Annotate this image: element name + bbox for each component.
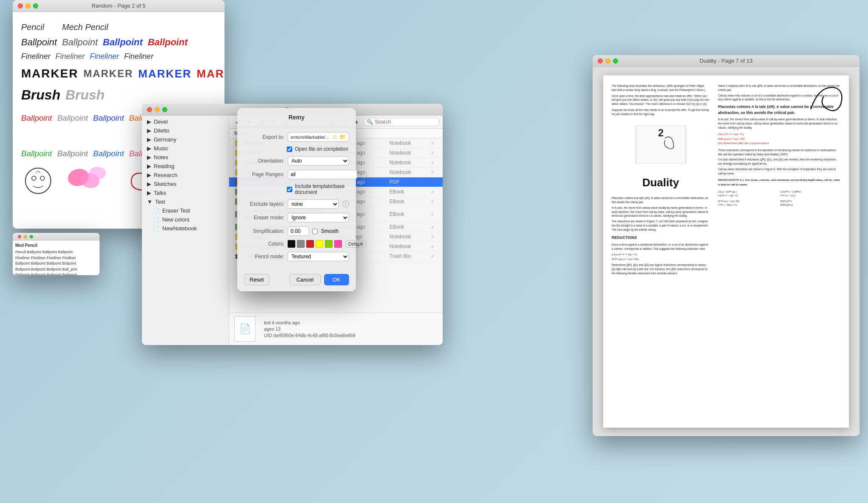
swatch-yellow[interactable]: [316, 240, 323, 248]
pdf-text-l3: Suppose we know, all the man needs to do…: [612, 108, 710, 116]
swatch-pink[interactable]: [334, 240, 342, 248]
reset-button[interactable]: Reset: [244, 274, 269, 285]
bp-g-1: Ballpoint: [21, 147, 52, 160]
exclude-layers-row: Exclude layers: none i: [244, 199, 349, 209]
med-pencil-traffic-lights[interactable]: [18, 235, 33, 238]
sidebar-label-research: Research: [154, 172, 177, 178]
swatch-black[interactable]: [288, 240, 295, 248]
include-template-checkbox[interactable]: [287, 187, 292, 192]
med-pencil-line-3: Fineliner Fineliner Fineliner Findiner: [15, 255, 97, 261]
pencil-mode-select[interactable]: Textured: [288, 252, 349, 261]
marker-2: MARKER: [83, 66, 133, 82]
duality-traffic-lights[interactable]: [598, 58, 618, 64]
row-type-childrens: EBook: [389, 224, 427, 230]
med-pencil-minimize-btn[interactable]: [24, 235, 27, 238]
swatch-green[interactable]: [325, 240, 333, 248]
med-pencil-maximize-btn[interactable]: [30, 235, 33, 238]
remy-traffic-lights[interactable]: [147, 107, 167, 112]
duality-maximize-btn[interactable]: [613, 58, 618, 64]
row-sync-txt: ✓: [427, 170, 438, 175]
folder-browse-btn[interactable]: 📁: [339, 134, 346, 140]
face-sketch: [21, 165, 55, 199]
orientation-row: Orientation: Auto: [244, 156, 349, 166]
remy-close-btn[interactable]: [147, 107, 152, 112]
smooth-checkbox[interactable]: [312, 229, 318, 234]
bp-col-1: Ballpoint: [21, 112, 52, 124]
med-pencil-content: Med Pencil Pencil Ballpoint Ballpoint Ba…: [13, 240, 100, 275]
sidebar-item-reading[interactable]: ▶ Reading: [142, 162, 229, 171]
search-icon: 🔍: [367, 119, 373, 125]
med-pencil-close-btn[interactable]: [18, 235, 21, 238]
remy-search-bar[interactable]: 🔍: [363, 118, 439, 126]
remy-minimize-btn[interactable]: [155, 107, 160, 112]
search-input[interactable]: [375, 119, 435, 125]
swatch-red[interactable]: [306, 240, 314, 248]
sidebar-item-eraser-test[interactable]: 📄 Eraser Test: [142, 206, 229, 215]
sidebar-item-germany[interactable]: ▶ Germany: [142, 135, 229, 144]
exclude-layers-select[interactable]: none: [288, 199, 339, 209]
sidebar-item-research[interactable]: ▶ Research: [142, 171, 229, 180]
pdf-math-formulas: (λk).e = M ⊢ μk.e (λk) ⊢ V = e[k:=V] λf.…: [718, 190, 840, 207]
ok-button[interactable]: OK: [324, 274, 349, 285]
remy-maximize-btn[interactable]: [162, 107, 167, 112]
sidebar-item-sketches[interactable]: ▶ Sketches: [142, 180, 229, 188]
page-ranges-input[interactable]: [288, 170, 357, 179]
exclude-layers-label: Exclude layers:: [244, 201, 284, 207]
row-sync-mice: ✓: [427, 199, 438, 205]
random-minimize-btn[interactable]: [25, 3, 31, 8]
duality-titlebar: Duality - Page 7 of 13: [593, 55, 860, 67]
uid-label: UID: [264, 333, 273, 338]
row-type-trash: Trash Bin: [389, 253, 427, 259]
pdf-formula-4: S[M/x] ⊢ e (M⊢e)[N/x]: [780, 199, 841, 207]
created-label: ted: [264, 320, 272, 325]
folder-icon-reading: ▶: [147, 163, 151, 169]
export-to-label: Export to:: [244, 134, 284, 140]
random-maximize-btn[interactable]: [33, 3, 38, 8]
dialog-body: Export to: ents/reMarkable/saved/Duality…: [237, 127, 356, 271]
folder-icon-talks: ▶: [147, 190, 151, 196]
sidebar-item-test[interactable]: ▼ Test: [142, 197, 229, 206]
sidebar-item-new-notebook[interactable]: 📄 NewNotebook: [142, 224, 229, 233]
page-ranges-info-btn[interactable]: i: [361, 171, 367, 178]
sidebar-label-eraser-test: Eraser Test: [162, 207, 190, 214]
folder-icon-sketches: ▶: [147, 181, 151, 187]
remy-sidebar[interactable]: ▶ Devel ▶ Diletto ▶ Germany ▶ Music ▶ No…: [142, 116, 229, 345]
sidebar-item-diletto[interactable]: ▶ Diletto: [142, 126, 229, 135]
exclude-layers-info-btn[interactable]: i: [342, 201, 349, 207]
duality-minimize-btn[interactable]: [605, 58, 610, 64]
random-traffic-lights[interactable]: [18, 3, 38, 8]
duality-close-btn[interactable]: [598, 58, 603, 64]
include-template-row: Include template/base document: [244, 183, 349, 195]
ballpoint-3: Ballpoint: [103, 35, 143, 50]
export-path-input[interactable]: ents/reMarkable/saved/Duality.pdf ⚠ 📁: [288, 132, 349, 142]
sidebar-item-music[interactable]: ▶ Music: [142, 144, 229, 153]
fineliner-2: Fineliner: [55, 50, 85, 63]
open-file-checkbox[interactable]: [287, 146, 292, 152]
colors-default-btn[interactable]: Default: [345, 240, 366, 248]
fineliner-3: Fineliner: [90, 50, 119, 63]
random-close-btn[interactable]: [18, 3, 23, 8]
brush-2: Brush: [65, 84, 104, 106]
sidebar-label-diletto: Diletto: [154, 127, 169, 134]
open-file-label: Open file on completion: [295, 146, 348, 152]
pdf-math-1: (λk).e ⊢ V ≡ e[k:=V] M ⊢ (μx).e ≡ e[x:=M…: [612, 252, 710, 261]
sidebar-item-new-colors[interactable]: 📄 New colors: [142, 215, 229, 224]
file-info-thumb: 📄: [234, 316, 255, 342]
pdf-text-r5: It is also claimed that if reductions (β…: [718, 158, 840, 166]
sidebar-label-music: Music: [154, 145, 168, 152]
orientation-select[interactable]: Auto: [288, 156, 349, 166]
pdf-text-r6: Call-by-name reductions are shown in Fig…: [718, 167, 840, 176]
swatch-gray[interactable]: [297, 240, 305, 248]
med-pencil-line-5: Bollpoint Bollpoint Bollpoint Ball_pint: [15, 267, 97, 273]
simplification-input[interactable]: [288, 227, 309, 236]
cancel-button[interactable]: Cancel: [289, 274, 321, 285]
pdf-formula-2: λf.M ⊢ e = f.(M⊢e) V ⊢ f.e = [V].e: [780, 190, 841, 198]
sidebar-item-devel[interactable]: ▶ Devel: [142, 117, 229, 126]
row-type-textures: Notebook: [389, 160, 427, 166]
sidebar-item-notes[interactable]: ▶ Notes: [142, 153, 229, 162]
handwriting-annotation: [802, 80, 845, 113]
sidebar-item-talks[interactable]: ▶ Talks: [142, 188, 229, 197]
row-type-txt: Notebook: [389, 169, 427, 175]
file-info-uid: UID da45950e-64db-4c48-af80-8c0ea8a4b9: [264, 333, 355, 338]
eraser-mode-select[interactable]: Ignore: [288, 213, 349, 222]
